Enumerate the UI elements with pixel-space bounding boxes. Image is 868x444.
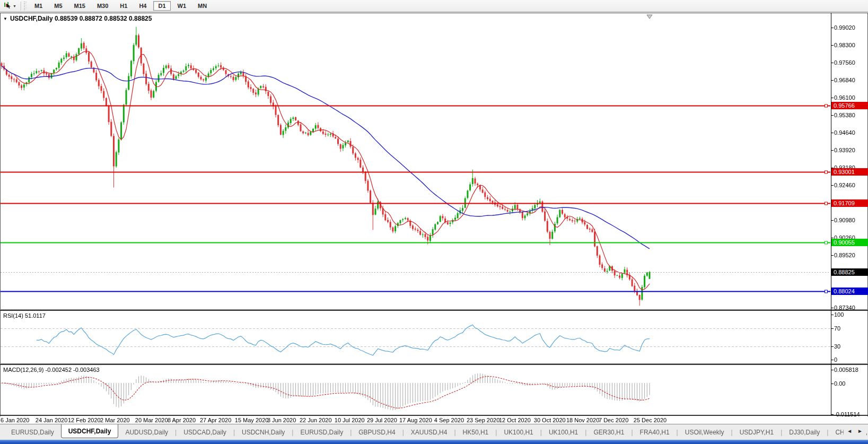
date-axis-label: 2 Mar 2020: [100, 417, 130, 423]
date-axis-label: 17 Aug 2020: [399, 417, 432, 423]
date-axis-label: 30 Oct 2020: [534, 417, 566, 423]
timeframe-button-MN[interactable]: MN: [193, 1, 212, 11]
window-menu-icon[interactable]: ▼: [3, 16, 7, 21]
tab-HK50-H1[interactable]: HK50,H1: [456, 424, 496, 440]
timeframe-button-D1[interactable]: D1: [153, 1, 170, 11]
tab-UK100-H1[interactable]: UK100,H1: [497, 424, 540, 440]
chart-tab-bar: EURUSD,DailyUSDCHF,DailyAUDUSD,Daily|USD…: [0, 424, 868, 440]
chart-cursor-icon[interactable]: [4, 1, 12, 11]
chart-title-text: USDCHF,Daily 0.88539 0.88872 0.88532 0.8…: [10, 15, 152, 22]
chart-window: 0.990200.983000.975600.968400.961000.953…: [0, 13, 868, 424]
date-axis-label: 12 Feb 2020: [68, 417, 101, 423]
chart-type-tool[interactable]: ▼: [3, 1, 19, 11]
tab-FRA40-H1[interactable]: FRA40,H1: [633, 424, 677, 440]
date-axis-label: 22 Jun 2020: [300, 417, 332, 423]
chart-tool-dropdown-icon[interactable]: ▼: [13, 4, 16, 8]
timeframe-button-W1[interactable]: W1: [173, 1, 191, 11]
date-axis-label: 6 Jan 2020: [1, 417, 29, 423]
date-axis-label: 7 Dec 2020: [599, 417, 628, 423]
date-axis-label: 24 Jan 2020: [36, 417, 68, 423]
timeframe-button-M15[interactable]: M15: [69, 1, 90, 11]
date-axis-label: 25 Dec 2020: [634, 417, 667, 423]
tab-USDCHF-Daily[interactable]: USDCHF,Daily: [61, 424, 119, 438]
tab-scroll-left-icon[interactable]: ◄: [847, 428, 852, 434]
date-axis-label: 23 Sep 2020: [467, 417, 499, 423]
price-chart-canvas[interactable]: [0, 13, 868, 416]
date-axis-label: 4 Sep 2020: [434, 417, 464, 423]
timeframe-button-M1[interactable]: M1: [30, 1, 47, 11]
timeframe-button-M5[interactable]: M5: [49, 1, 67, 11]
date-axis-label: 29 Jul 2020: [367, 417, 397, 423]
tab-AUDUSD-Daily[interactable]: AUDUSD,Daily: [118, 424, 175, 440]
date-axis-label: 10 Jul 2020: [335, 417, 365, 423]
timeframe-button-H4[interactable]: H4: [134, 1, 151, 11]
top-toolbar: ▼ M1M5M15M30H1H4D1W1MN: [0, 0, 868, 12]
timeframe-button-M30[interactable]: M30: [92, 1, 113, 11]
timeframe-buttons: M1M5M15M30H1H4D1W1MN: [29, 1, 213, 11]
date-axis-label: 20 Mar 2020: [135, 417, 168, 423]
date-axis-label: 18 Nov 2020: [566, 417, 599, 423]
tab-scroll-right-icon[interactable]: ►: [857, 428, 863, 434]
date-axis-label: 27 Apr 2020: [200, 417, 231, 423]
toolbar-grip[interactable]: [24, 2, 27, 10]
date-axis-label: 8 Apr 2020: [168, 417, 196, 423]
tab-DJ30-Daily[interactable]: DJ30,Daily: [782, 424, 827, 440]
tab-USDCNH-Daily[interactable]: USDCNH,Daily: [235, 424, 292, 440]
timeframe-button-H1[interactable]: H1: [115, 1, 132, 11]
tab-EURUSD-Daily[interactable]: EURUSD,Daily: [293, 424, 350, 440]
tab-USOil-Weekly[interactable]: USOil,Weekly: [678, 424, 731, 440]
tab-UK100-H1[interactable]: UK100,H1: [542, 424, 585, 440]
date-axis-label: 15 May 2020: [235, 417, 269, 423]
toolbar-separator: [21, 2, 21, 11]
tab-EURUSD-Daily[interactable]: EURUSD,Daily: [4, 424, 61, 440]
tab-GBPUSD-H4[interactable]: GBPUSD,H4: [352, 424, 402, 440]
rsi-indicator-label: RSI(14) 51.0117: [3, 312, 46, 319]
status-bar-strip: [0, 440, 868, 444]
date-axis-label: 12 Oct 2020: [499, 417, 531, 423]
date-axis-label: 3 Jun 2020: [267, 417, 296, 423]
tab-scroll-arrows: ◄ ►: [844, 428, 866, 434]
chart-title: ▼ USDCHF,Daily 0.88539 0.88872 0.88532 0…: [3, 15, 152, 22]
tab-USDJPY-H1[interactable]: USDJPY,H1: [733, 424, 781, 440]
macd-indicator-label: MACD(12,26,9) -0.002452 -0.003463: [3, 367, 100, 373]
tab-GER30-H1[interactable]: GER30,H1: [586, 424, 631, 440]
tab-XAUUSD-H4[interactable]: XAUUSD,H4: [404, 424, 454, 440]
tab-USDCAD-Daily[interactable]: USDCAD,Daily: [177, 424, 233, 440]
